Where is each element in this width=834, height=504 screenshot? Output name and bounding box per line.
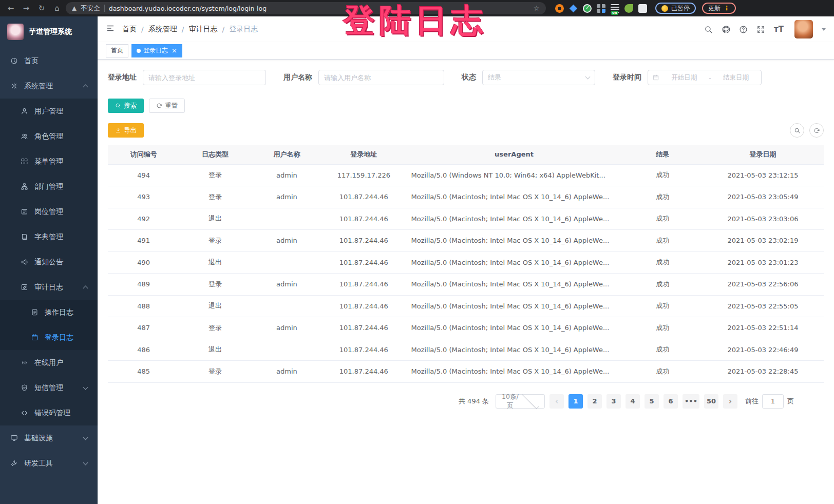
sidebar-item-post[interactable]: 岗位管理: [0, 199, 98, 224]
date-range-picker[interactable]: 开始日期 - 结束日期: [648, 70, 762, 85]
profile-paused-pill[interactable]: 已暂停: [655, 3, 696, 14]
table-cell: 成功: [623, 164, 702, 186]
extension-icon[interactable]: [555, 4, 564, 13]
next-page-button[interactable]: ›: [723, 394, 737, 409]
address-bar[interactable]: ▲ 不安全 dashboard.yudao.iocoder.cn/system/…: [66, 2, 546, 14]
tag-item[interactable]: 首页: [106, 44, 128, 57]
extension-icon[interactable]: on: [611, 4, 619, 13]
user-avatar[interactable]: [794, 20, 813, 38]
page-button-5[interactable]: 5: [645, 394, 659, 409]
status-select[interactable]: 结果: [482, 70, 595, 85]
page-button-50[interactable]: 50: [704, 394, 718, 409]
chevron-down-icon: [83, 460, 88, 465]
table-cell: 2021-05-03 23:02:19: [702, 230, 824, 252]
forward-icon[interactable]: →: [20, 4, 33, 13]
table-cell: 490: [108, 251, 179, 274]
table-cell: 2021-05-03 22:46:49: [702, 339, 824, 361]
tag-active[interactable]: 登录日志×: [131, 44, 182, 57]
page-button-3[interactable]: 3: [606, 394, 621, 409]
fullscreen-icon[interactable]: [756, 25, 765, 34]
search-button[interactable]: 搜索: [108, 99, 144, 113]
reset-button[interactable]: 重置: [149, 99, 185, 113]
page-size-select[interactable]: 10条/页: [496, 394, 545, 409]
table-cell: 退出: [179, 251, 251, 274]
table-cell: 退出: [179, 339, 251, 361]
sidebar-item-role[interactable]: 角色管理: [0, 124, 98, 149]
sidebar-item-notice[interactable]: 通知公告: [0, 249, 98, 275]
sidebar-item-tool[interactable]: 研发工具: [0, 451, 98, 476]
table-header-row: 访问编号日志类型用户名称登录地址userAgent结果登录日期: [108, 145, 824, 164]
extensions-puzzle-icon[interactable]: [638, 4, 647, 13]
reload-icon[interactable]: ↻: [35, 4, 48, 13]
table-cell: Mozilla/5.0 (Macintosh; Intel Mac OS X 1…: [405, 208, 623, 230]
sidebar-item-system[interactable]: 系统管理: [0, 73, 98, 99]
chevron-down-icon[interactable]: [822, 28, 826, 31]
home-icon[interactable]: ⌂: [50, 4, 64, 13]
sidebar-item-sms[interactable]: 短信管理: [0, 375, 98, 400]
table-cell: 登录: [179, 230, 251, 252]
sidebar-item-audit[interactable]: 审计日志: [0, 275, 98, 300]
sidebar-item-menu[interactable]: 菜单管理: [0, 149, 98, 174]
help-icon[interactable]: [739, 25, 748, 34]
browser-menu-icon[interactable]: ⋮: [724, 5, 730, 12]
sidebar-item-oplog[interactable]: 操作日志: [0, 300, 98, 325]
page-button-1[interactable]: 1: [568, 394, 583, 409]
sidebar-item-errcode[interactable]: 错误码管理: [0, 400, 98, 425]
table-cell: 退出: [179, 208, 251, 230]
sidebar-item-infra[interactable]: 基础设施: [0, 425, 98, 451]
page-button-2[interactable]: 2: [587, 394, 602, 409]
browser-chrome: ← → ↻ ⌂ ▲ 不安全 dashboard.yudao.iocoder.cn…: [0, 0, 834, 16]
chevron-down-icon: [585, 74, 591, 80]
breadcrumb-item[interactable]: 审计日志: [188, 25, 217, 34]
table-cell: 2021-05-03 22:28:45: [702, 361, 824, 383]
refresh-table-button[interactable]: [809, 123, 824, 138]
extension-icon[interactable]: [569, 4, 578, 13]
hamburger-icon[interactable]: [106, 24, 115, 35]
table-cell: Mozilla/5.0 (Macintosh; Intel Mac OS X 1…: [405, 186, 623, 208]
filter-form: 登录地址 用户名称 状态 结果 登录时间: [108, 70, 824, 85]
sidebar-item-home[interactable]: 首页: [0, 48, 98, 73]
breadcrumb-item[interactable]: 首页: [122, 25, 137, 34]
extension-icon[interactable]: [624, 4, 633, 13]
sidebar-item-dict[interactable]: 字典管理: [0, 224, 98, 249]
table-cell: Mozilla/5.0 (Macintosh; Intel Mac OS X 1…: [405, 251, 623, 274]
export-button[interactable]: 导出: [108, 123, 144, 138]
prev-page-button[interactable]: ‹: [549, 394, 564, 409]
table-cell: admin: [251, 317, 323, 339]
app-logo[interactable]: 芋道管理系统: [0, 16, 98, 46]
chevron-down-icon: [83, 384, 88, 390]
table-cell: Mozilla/5.0 (Macintosh; Intel Mac OS X 1…: [405, 230, 623, 252]
page-button-6[interactable]: 6: [664, 394, 678, 409]
page-button-4[interactable]: 4: [626, 394, 640, 409]
table-cell: [251, 208, 323, 230]
sidebar-item-label: 系统管理: [24, 82, 53, 91]
goto-page-input[interactable]: [762, 394, 784, 409]
bookmark-star-icon[interactable]: ☆: [533, 4, 540, 12]
login-address-input[interactable]: [143, 70, 266, 85]
breadcrumb-item[interactable]: 系统管理: [148, 25, 177, 34]
sidebar-item-online[interactable]: 在线用户: [0, 350, 98, 375]
extension-icon[interactable]: [583, 4, 592, 13]
tab-close-icon[interactable]: ×: [172, 47, 177, 54]
update-button[interactable]: 更新 ⋮: [702, 3, 736, 14]
sidebar-item-user[interactable]: 用户管理: [0, 99, 98, 124]
column-header: 登录地址: [323, 145, 405, 164]
search-icon[interactable]: [704, 25, 713, 34]
column-header: 登录日期: [702, 145, 824, 164]
extension-row: on: [555, 4, 647, 13]
table-row: 486退出101.87.244.46Mozilla/5.0 (Macintosh…: [108, 339, 824, 361]
extension-icon[interactable]: [597, 4, 605, 13]
font-size-icon[interactable]: ᴛT: [774, 25, 784, 34]
chevron-down-icon: [522, 392, 539, 409]
sidebar-item-label: 基础设施: [24, 434, 53, 443]
update-label: 更新: [708, 4, 721, 13]
github-icon[interactable]: [722, 25, 730, 34]
more-pages-button[interactable]: •••: [683, 394, 699, 409]
back-icon[interactable]: ←: [4, 4, 17, 13]
select-placeholder: 结果: [488, 73, 586, 82]
sidebar-item-loginlog[interactable]: 登录日志: [0, 325, 98, 350]
sidebar-item-dept[interactable]: 部门管理: [0, 174, 98, 199]
username-input[interactable]: [318, 70, 444, 85]
hide-search-button[interactable]: [790, 123, 804, 138]
table-cell: 登录: [179, 317, 251, 339]
